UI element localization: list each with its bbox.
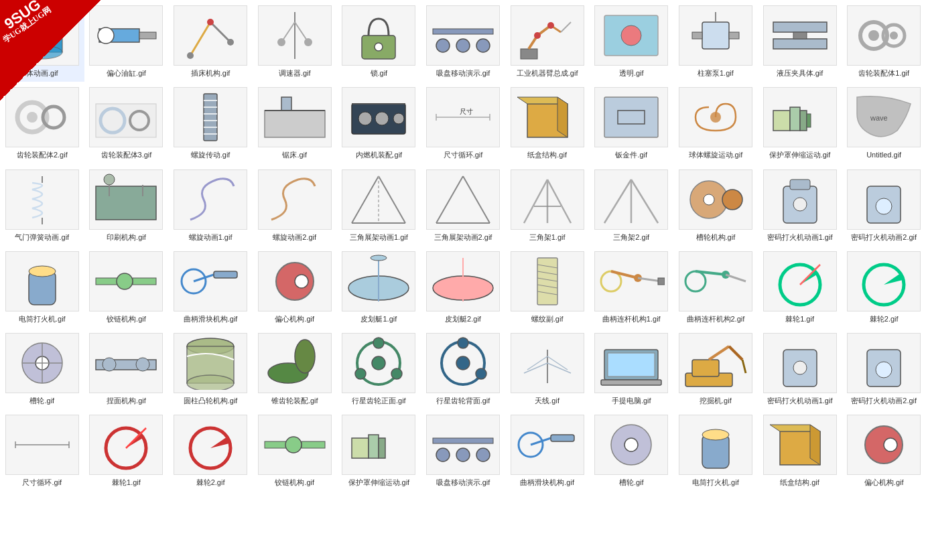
list-item[interactable]: 铰链机构.gif	[253, 409, 337, 491]
list-item[interactable]: 工业机器臂总成.gif	[505, 0, 590, 82]
list-item[interactable]: 内燃机装配.gif	[337, 82, 421, 163]
list-item[interactable]: 钣金件.gif	[589, 82, 673, 163]
svg-point-62	[358, 112, 372, 125]
svg-point-121	[371, 255, 387, 261]
list-item[interactable]: 螺旋动画2.gif	[253, 164, 337, 246]
list-item[interactable]: 螺旋动画1.gif	[168, 164, 253, 246]
list-item[interactable]: 锥齿轮装配.gif	[253, 328, 337, 409]
thumbnail	[679, 251, 752, 311]
list-item[interactable]: 齿轮装配体3.gif	[84, 82, 169, 163]
thumbnail	[89, 5, 163, 66]
thumbnail	[847, 5, 921, 66]
svg-rect-191	[302, 441, 325, 448]
list-item[interactable]: 槽轮.gif	[589, 409, 673, 491]
svg-rect-21	[433, 29, 493, 34]
svg-point-149	[103, 358, 116, 371]
thumbnail	[5, 251, 79, 311]
list-item[interactable]: 行星齿轮背面.gif	[421, 328, 505, 409]
list-item[interactable]: 皮划艇1.gif	[337, 246, 421, 328]
list-item[interactable]: 齿轮装配体1.gif	[842, 0, 926, 82]
file-label: 电筒打火机.gif	[19, 314, 66, 324]
list-item[interactable]: 齿轮装配体2.gif	[0, 82, 84, 163]
list-item[interactable]: 密码打火机动画1.gif	[758, 328, 842, 409]
list-item[interactable]: 电筒打火机.gif	[0, 246, 84, 328]
list-item[interactable]: 尺寸循环.gif	[0, 409, 84, 491]
list-item[interactable]: 捏面机构.gif	[84, 328, 169, 409]
list-item[interactable]: 棘轮1.gif	[84, 409, 169, 491]
thumbnail	[174, 169, 247, 230]
list-item[interactable]: 纸盒结构.gif	[758, 409, 842, 491]
list-item[interactable]: 棘轮1.gif	[758, 246, 842, 328]
list-item[interactable]: 圆柱凸轮机构.gif	[168, 328, 253, 409]
list-item[interactable]: 插床机构.gif	[168, 0, 253, 82]
file-label: 密码打火机动画1.gif	[767, 396, 833, 405]
list-item[interactable]: 纸盒结构.gif	[505, 82, 590, 163]
list-item[interactable]: 曲柄滑块机构.gif	[505, 409, 590, 491]
list-item[interactable]: waveUntitled.gif	[842, 82, 926, 163]
list-item[interactable]: 三角展架动画1.gif	[337, 164, 421, 246]
svg-rect-39	[773, 39, 827, 49]
file-label: 偏心机构.gif	[275, 314, 314, 324]
thumbnail	[426, 169, 500, 230]
svg-point-198	[456, 448, 470, 462]
list-item[interactable]: 三角架1.gif	[505, 164, 590, 246]
svg-point-159	[391, 368, 402, 379]
list-item[interactable]: 气门弹簧动画.gif	[0, 164, 84, 246]
list-item[interactable]: 偏心机构.gif	[253, 246, 337, 328]
list-item[interactable]: 挖掘机.gif	[673, 328, 758, 409]
list-item[interactable]: 曲柄连杆机构1.gif	[589, 246, 673, 328]
thumbnail	[763, 87, 837, 147]
svg-point-157	[372, 356, 385, 370]
list-item[interactable]: 密码打火机动画2.gif	[842, 328, 926, 409]
thumbnail	[426, 5, 500, 66]
svg-line-88	[379, 176, 405, 223]
thumbnail	[5, 333, 79, 393]
thumbnail	[342, 333, 415, 393]
file-label: 插床机构.gif	[191, 68, 230, 78]
svg-rect-76	[773, 111, 790, 131]
list-item[interactable]: 手提电脑.gif	[589, 328, 673, 409]
svg-rect-25	[521, 49, 537, 59]
list-item[interactable]: 体动画.gif	[0, 0, 84, 82]
list-item[interactable]: 行星齿轮正面.gif	[337, 328, 421, 409]
list-item[interactable]: 密码打火机动画2.gif	[842, 164, 926, 246]
list-item[interactable]: 印刷机构.gif	[84, 164, 169, 246]
list-item[interactable]: 锁.gif	[337, 0, 421, 82]
list-item[interactable]: 调速器.gif	[253, 0, 337, 82]
list-item[interactable]: 锯床.gif	[253, 82, 337, 163]
list-item[interactable]: 球体螺旋运动.gif	[673, 82, 758, 163]
file-label: 曲柄滑块机构.gif	[520, 478, 574, 487]
file-label: 螺旋动画2.gif	[273, 232, 316, 242]
thumbnail	[89, 333, 163, 393]
list-item[interactable]: 尺寸尺寸循环.gif	[421, 82, 505, 163]
file-label: 保护罩伸缩运动.gif	[348, 478, 410, 487]
file-label: 球体螺旋运动.gif	[689, 150, 743, 159]
list-item[interactable]: 皮划艇2.gif	[421, 246, 505, 328]
list-item[interactable]: 螺旋传动.gif	[168, 82, 253, 163]
list-item[interactable]: 电筒打火机.gif	[673, 409, 758, 491]
list-item[interactable]: 棘轮2.gif	[842, 246, 926, 328]
list-item[interactable]: 吸盘移动演示.gif	[421, 409, 505, 491]
list-item[interactable]: 液压夹具体.gif	[758, 0, 842, 82]
list-item[interactable]: 柱塞泵1.gif	[673, 0, 758, 82]
list-item[interactable]: 天线.gif	[505, 328, 590, 409]
svg-rect-58	[265, 111, 325, 137]
file-label: 气门弹簧动画.gif	[15, 232, 69, 242]
list-item[interactable]: 保护罩伸缩运动.gif	[337, 409, 421, 491]
list-item[interactable]: 三角展架动画2.gif	[421, 164, 505, 246]
list-item[interactable]: 曲柄连杆机构2.gif	[673, 246, 758, 328]
list-item[interactable]: 棘轮2.gif	[168, 409, 253, 491]
list-item[interactable]: 偏心机构.gif	[842, 409, 926, 491]
list-item[interactable]: 螺纹副.gif	[505, 246, 590, 328]
list-item[interactable]: 三角架2.gif	[589, 164, 673, 246]
list-item[interactable]: 槽轮.gif	[0, 328, 84, 409]
list-item[interactable]: 密码打火机动画1.gif	[758, 164, 842, 246]
svg-line-177	[742, 360, 746, 373]
list-item[interactable]: 保护罩伸缩运动.gif	[758, 82, 842, 163]
list-item[interactable]: 透明.gif	[589, 0, 673, 82]
list-item[interactable]: 曲柄滑块机构.gif	[168, 246, 253, 328]
list-item[interactable]: 偏心油缸.gif	[84, 0, 169, 82]
list-item[interactable]: 铰链机构.gif	[84, 246, 169, 328]
list-item[interactable]: 吸盘移动演示.gif	[421, 0, 505, 82]
list-item[interactable]: 槽轮机构.gif	[673, 164, 758, 246]
